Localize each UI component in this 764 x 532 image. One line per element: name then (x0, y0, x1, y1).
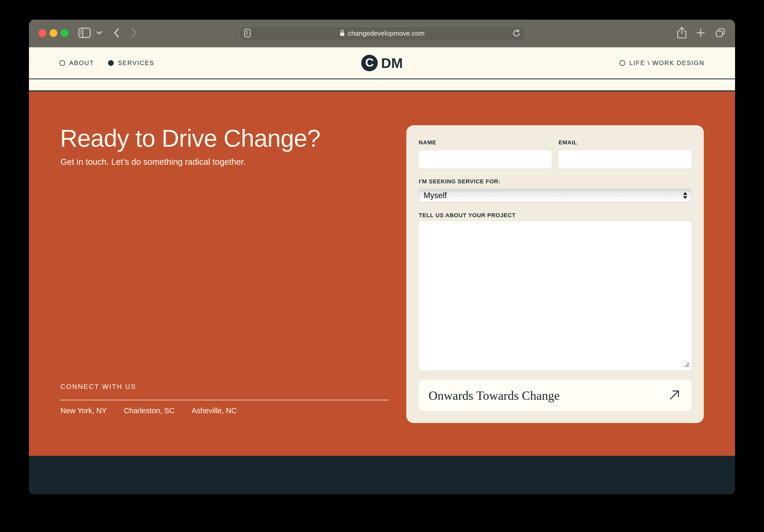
service-select-value: Myself (424, 191, 447, 200)
location-item: Asheville, NC (192, 407, 237, 415)
new-tab-button[interactable] (696, 28, 705, 39)
project-field-wrap (419, 221, 691, 370)
connect-divider (60, 400, 389, 400)
site-header: ABOUT SERVICES C DM LIFE \ WORK DESIGN (29, 47, 735, 79)
primary-nav: ABOUT SERVICES (60, 60, 154, 66)
contact-form-card: NAME EMAIL I'M SEEKING SERVICE FOR: Myse… (406, 125, 704, 423)
zoom-window-button[interactable] (61, 29, 69, 37)
secondary-nav: LIFE \ WORK DESIGN (620, 60, 704, 66)
circle-filled-icon (108, 60, 114, 66)
forward-button[interactable] (130, 27, 138, 40)
page-title: Ready to Drive Change? (60, 124, 320, 152)
forward-icon (130, 27, 138, 40)
reader-view-button[interactable] (244, 29, 251, 39)
project-label: TELL US ABOUT YOUR PROJECT (419, 212, 516, 219)
reload-button[interactable] (512, 29, 520, 39)
reader-icon (244, 29, 251, 38)
lock-icon (340, 30, 345, 38)
nav-lifework-label: LIFE \ WORK DESIGN (629, 60, 704, 66)
nav-item-life-work-design[interactable]: LIFE \ WORK DESIGN (620, 60, 704, 66)
minimize-window-button[interactable] (50, 29, 57, 37)
nav-services-label: SERVICES (118, 60, 154, 66)
sidebar-toggle-button[interactable] (78, 28, 91, 39)
share-button[interactable] (677, 27, 687, 40)
service-label: I'M SEEKING SERVICE FOR: (419, 178, 500, 185)
circle-outline-icon (620, 60, 625, 66)
submit-button-label: Onwards Towards Change (429, 388, 560, 403)
locations-list: New York, NY Charleston, SC Asheville, N… (61, 407, 237, 415)
window-controls (39, 29, 69, 37)
sidebar-menu-button[interactable] (96, 31, 102, 36)
circle-outline-icon (60, 60, 65, 66)
nav-item-about[interactable]: ABOUT (60, 60, 94, 66)
chevron-down-icon (96, 31, 102, 36)
close-window-button[interactable] (39, 29, 46, 37)
select-stepper-icon (683, 192, 687, 199)
address-text: changedevelopmove.com (348, 30, 424, 38)
tab-overview-button[interactable] (715, 28, 726, 39)
sidebar-icon (78, 28, 91, 39)
share-icon (677, 27, 687, 40)
site-logo[interactable]: C DM (361, 55, 403, 71)
back-button[interactable] (112, 27, 120, 40)
logo-text: DM (381, 55, 403, 71)
connect-heading: CONNECT WITH US (61, 383, 136, 391)
new-tab-icon (696, 28, 705, 39)
toolbar-divider (93, 28, 94, 40)
email-field[interactable] (559, 150, 691, 168)
tab-overview-icon (715, 28, 726, 39)
browser-toolbar: changedevelopmove.com (29, 20, 735, 47)
site-footer (29, 456, 735, 494)
logo-c-badge: C (361, 55, 378, 71)
submit-button[interactable]: Onwards Towards Change (419, 380, 691, 411)
location-item: New York, NY (61, 407, 107, 415)
project-field[interactable] (419, 221, 691, 370)
arrow-up-right-icon (667, 388, 681, 403)
resize-handle-icon[interactable] (683, 361, 690, 369)
name-label: NAME (419, 139, 552, 146)
location-item: Charleston, SC (124, 407, 175, 415)
browser-window: changedevelopmove.com (29, 20, 735, 494)
name-field[interactable] (419, 150, 552, 168)
email-label: EMAIL (559, 139, 691, 146)
page-subtitle: Get in touch. Let’s do something radical… (61, 157, 246, 167)
service-select[interactable]: Myself (419, 189, 691, 202)
nav-about-label: ABOUT (69, 60, 94, 66)
reload-icon (512, 29, 520, 38)
header-spacer-strip (29, 79, 735, 91)
back-icon (112, 27, 120, 40)
address-bar[interactable]: changedevelopmove.com (240, 26, 525, 41)
nav-item-services[interactable]: SERVICES (108, 60, 154, 66)
contact-section: Ready to Drive Change? Get in touch. Let… (29, 91, 735, 456)
